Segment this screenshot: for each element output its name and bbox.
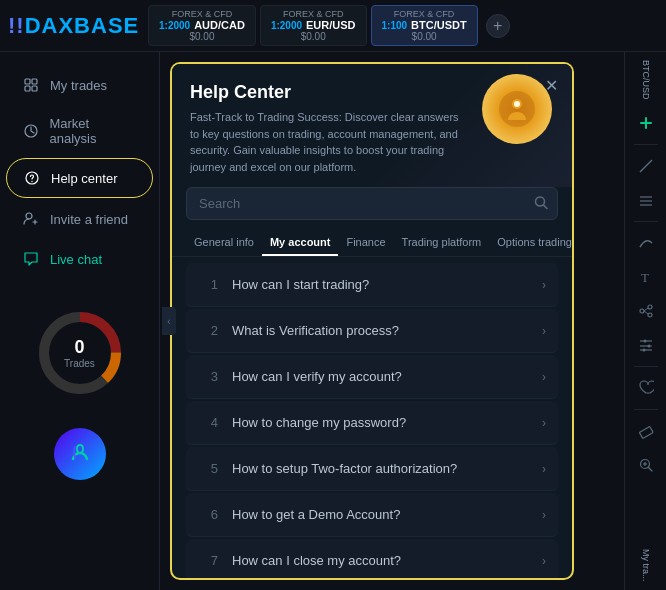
svg-point-14 [514, 101, 520, 107]
svg-rect-38 [639, 426, 653, 438]
heart-button[interactable] [631, 373, 661, 403]
chevron-right-icon: › [542, 370, 546, 384]
svg-point-31 [643, 339, 646, 342]
chevron-right-icon: › [542, 508, 546, 522]
help-center-description: Fast-Track to Trading Success: Discover … [190, 109, 470, 175]
horizontal-lines-button[interactable] [631, 185, 661, 215]
sidebar-item-help-center[interactable]: Help center [6, 158, 153, 198]
draw-line-button[interactable] [631, 151, 661, 181]
settings-tool-button[interactable] [631, 330, 661, 360]
node-tool-button[interactable] [631, 296, 661, 326]
logo-dax: DAX [25, 13, 74, 38]
question-item[interactable]: 3 How can I verify my account? › [186, 355, 558, 399]
tab-audcad-ratio: 1:2000 [159, 20, 190, 31]
trades-donut-area: 0 Trades [0, 298, 159, 408]
tab-btcusdt-price: $0.00 [412, 31, 437, 42]
svg-point-37 [642, 348, 645, 351]
eraser-button[interactable] [631, 416, 661, 446]
svg-line-40 [648, 467, 652, 471]
add-tab-button[interactable]: + [486, 14, 510, 38]
question-item[interactable]: 7 How can I close my account? › [186, 539, 558, 578]
sidebar-item-invite-friend[interactable]: Invite a friend [6, 200, 153, 238]
add-position-button[interactable] [631, 108, 661, 138]
zoom-in-button[interactable] [631, 450, 661, 480]
question-text: How can I start trading? [232, 277, 534, 292]
question-text: How can I close my account? [232, 553, 534, 568]
trades-donut: 0 Trades [35, 308, 125, 398]
question-number: 4 [198, 415, 218, 430]
svg-point-24 [640, 309, 644, 313]
question-item[interactable]: 6 How to get a Demo Account? › [186, 493, 558, 537]
sidebar-item-label: My trades [50, 78, 107, 93]
tab-options-trading[interactable]: Options trading [489, 230, 572, 256]
trades-icon [22, 76, 40, 94]
sidebar-item-market-analysis[interactable]: Market analysis [6, 106, 153, 156]
sidebar-item-label: Invite a friend [50, 212, 128, 227]
tab-btcusdt[interactable]: Forex & CFD 1:100 BTC/USDT $0.00 [371, 5, 478, 46]
tab-btcusdt-label: Forex & CFD [394, 9, 455, 19]
tab-audcad[interactable]: Forex & CFD 1:2000 AUD/CAD $0.00 [148, 5, 256, 46]
question-number: 6 [198, 507, 218, 522]
question-text: How to get a Demo Account? [232, 507, 534, 522]
tab-eurusd[interactable]: Forex & CFD 1:2000 EUR/USD $0.00 [260, 5, 367, 46]
tab-eurusd-ratio: 1:2000 [271, 20, 302, 31]
question-item[interactable]: 4 How to change my password? › [186, 401, 558, 445]
help-search [186, 187, 558, 220]
question-text: How to setup Two-factor authorization? [232, 461, 534, 476]
market-analysis-icon [22, 122, 39, 140]
curve-tool-button[interactable] [631, 228, 661, 258]
sidebar-item-label: Help center [51, 171, 117, 186]
question-item[interactable]: 2 What is Verification process? › [186, 309, 558, 353]
my-trades-label: My tra... [641, 549, 651, 582]
collapse-handle[interactable]: ‹ [162, 307, 176, 335]
center-content: ✕ Help Center Fast-Track to Trading Succ… [160, 52, 624, 590]
sidebar-item-my-trades[interactable]: My trades [6, 66, 153, 104]
tab-audcad-label: Forex & CFD [172, 9, 233, 19]
svg-point-34 [647, 344, 650, 347]
tab-trading-platform[interactable]: Trading platform [394, 230, 490, 256]
logo-prefix: !! [8, 13, 25, 38]
text-tool-button[interactable]: T [631, 262, 661, 292]
search-input[interactable] [186, 187, 558, 220]
svg-point-26 [648, 313, 652, 317]
question-number: 2 [198, 323, 218, 338]
svg-rect-1 [32, 79, 37, 84]
svg-point-25 [648, 305, 652, 309]
tab-finance[interactable]: Finance [338, 230, 393, 256]
sidebar-item-label: Market analysis [49, 116, 137, 146]
tab-eurusd-pair-row: 1:2000 EUR/USD [271, 19, 356, 31]
sidebar: My trades Market analysis Help center In… [0, 52, 160, 590]
svg-point-6 [31, 181, 32, 182]
chevron-right-icon: › [542, 416, 546, 430]
tab-general-info[interactable]: General info [186, 230, 262, 256]
tab-audcad-pair-row: 1:2000 AUD/CAD [159, 19, 245, 31]
user-avatar[interactable] [54, 428, 106, 480]
toolbar-separator [634, 366, 658, 367]
svg-rect-18 [645, 117, 647, 129]
tab-audcad-price: $0.00 [189, 31, 214, 42]
live-chat-icon [22, 250, 40, 268]
main-layout: My trades Market analysis Help center In… [0, 52, 666, 590]
toolbar-separator [634, 221, 658, 222]
close-button[interactable]: ✕ [540, 74, 562, 96]
question-text: How to change my password? [232, 415, 534, 430]
help-header: ✕ Help Center Fast-Track to Trading Succ… [172, 64, 572, 187]
chevron-right-icon: › [542, 554, 546, 568]
help-center-icon [23, 169, 41, 187]
svg-line-16 [544, 205, 548, 209]
search-icon [534, 195, 548, 212]
tab-my-account[interactable]: My account [262, 230, 339, 256]
trades-label: Trades [64, 358, 95, 369]
question-text: How can I verify my account? [232, 369, 534, 384]
question-item[interactable]: 1 How can I start trading? › [186, 263, 558, 307]
question-item[interactable]: 5 How to setup Two-factor authorization?… [186, 447, 558, 491]
question-text: What is Verification process? [232, 323, 534, 338]
chevron-right-icon: › [542, 278, 546, 292]
sidebar-item-live-chat[interactable]: Live chat [6, 240, 153, 278]
right-toolbar: BTC/USD T [624, 52, 666, 590]
tab-eurusd-pair: EUR/USD [306, 19, 356, 31]
donut-center: 0 Trades [64, 337, 95, 369]
question-number: 3 [198, 369, 218, 384]
chevron-right-icon: › [542, 462, 546, 476]
currency-tabs: Forex & CFD 1:2000 AUD/CAD $0.00 Forex &… [148, 5, 510, 46]
